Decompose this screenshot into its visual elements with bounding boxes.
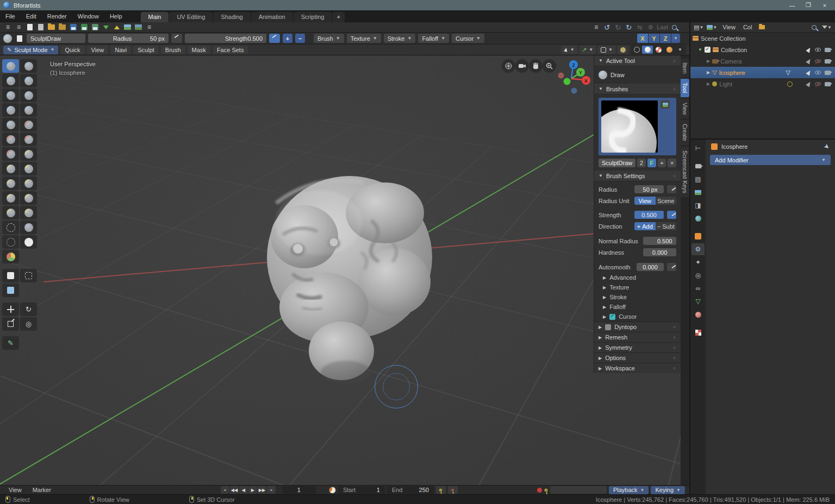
properties-tab-constraints-icon[interactable]: ∞ (691, 282, 705, 294)
subsection-texture[interactable]: ▶Texture (594, 282, 681, 292)
maximize-button[interactable]: ❐ (801, 1, 815, 10)
properties-tab-world-icon[interactable] (691, 212, 705, 224)
shading-rendered-icon[interactable] (664, 46, 675, 54)
outliner-editor-type-icon[interactable]: ▤▼ (694, 23, 703, 32)
brush-dropdown[interactable]: Brush▼ (314, 34, 344, 43)
sidebar-tab-item[interactable]: Item (681, 59, 689, 77)
light-expand-icon[interactable]: ▶ (707, 81, 710, 86)
import-icon[interactable] (101, 23, 110, 32)
collection-checkbox[interactable] (705, 47, 711, 53)
properties-tab-material-icon[interactable] (691, 308, 705, 320)
dyntopo-checkbox[interactable] (605, 324, 611, 330)
sidebar-tab-screencast-keys[interactable]: Screencast Keys (681, 147, 689, 197)
radius-unit-view[interactable]: View (634, 197, 656, 205)
tool-box-face-set[interactable] (2, 284, 19, 297)
frame-start-field[interactable]: Start1 (338, 486, 385, 494)
direction-subtract[interactable]: − Subt (656, 222, 677, 230)
tool-smooth[interactable] (20, 118, 37, 131)
add-workspace-button[interactable]: + (332, 12, 344, 22)
tool-rotate[interactable] (20, 206, 37, 219)
tool-draw-face-sets[interactable] (2, 250, 19, 263)
tool-box-mask[interactable] (2, 269, 19, 282)
outliner-row-collection[interactable]: ▼ Collection (690, 44, 835, 55)
search-icon[interactable] (670, 23, 679, 32)
panel-dyntopo[interactable]: ▶Dyntopo≡ (594, 322, 681, 332)
camera-hide-icon[interactable] (815, 59, 821, 63)
camera-view-icon[interactable] (515, 59, 529, 73)
tool-nudge[interactable] (2, 206, 19, 219)
brush-menu[interactable]: Brush (161, 46, 185, 54)
sculpted-head-mesh[interactable] (254, 171, 445, 388)
strength-pressure-small-icon[interactable] (667, 211, 676, 219)
jump-to-start-icon[interactable]: « (221, 486, 229, 494)
panel-remesh[interactable]: ▶Remesh≡ (594, 332, 681, 342)
xray-toggle[interactable] (618, 46, 628, 54)
select-mode-dropdown[interactable]: ▼ (561, 46, 577, 54)
tool-elastic-deform[interactable] (2, 177, 19, 190)
tool-scrape[interactable] (2, 147, 19, 161)
subsection-cursor[interactable]: ▶Cursor (594, 312, 681, 322)
collection-selectable-icon[interactable] (806, 47, 812, 53)
next-keyframe-icon[interactable]: ▶▶ (258, 486, 266, 494)
adjust-last-operation-icon[interactable]: ⚙ (646, 23, 655, 32)
previous-keyframe-icon[interactable]: ◀◀ (230, 486, 239, 494)
outliner-view-menu[interactable]: View (720, 24, 738, 30)
face-sets-menu[interactable]: Face Sets (213, 46, 248, 54)
tool-move[interactable] (2, 303, 19, 316)
cursor-checkbox[interactable] (609, 314, 615, 320)
fake-user-shield-icon[interactable]: F (647, 159, 656, 167)
tool-boundary[interactable] (2, 220, 19, 234)
add-modifier-button[interactable]: Add Modifier▼ (710, 155, 831, 165)
light-render-icon[interactable] (825, 82, 831, 86)
file-icon[interactable] (36, 23, 45, 32)
texture-dropdown[interactable]: Texture▼ (347, 34, 381, 43)
shading-solid-icon[interactable] (642, 46, 653, 54)
tool-cloth[interactable] (20, 220, 37, 234)
strength-pressure-icon[interactable] (269, 34, 280, 43)
radius-unit-scene[interactable]: Scene (656, 197, 677, 205)
tool-rotate-transform[interactable]: ↻ (20, 303, 37, 316)
quick-menu[interactable]: Quick (60, 46, 84, 54)
outliner-row-scene-collection[interactable]: Scene Collection (690, 33, 835, 44)
render-animation-icon[interactable] (134, 23, 143, 32)
light-selectable-icon[interactable] (806, 81, 812, 87)
brush-settings-header[interactable]: ▼Brush Settings≡ (594, 171, 681, 181)
tool-crease[interactable] (2, 118, 19, 131)
properties-tab-texture-icon[interactable] (691, 326, 705, 338)
tool-clay[interactable] (2, 74, 19, 87)
shading-options-dropdown[interactable]: ▼ (675, 46, 686, 54)
playback-dropdown[interactable]: Playback▼ (609, 486, 649, 494)
tool-draw[interactable] (2, 59, 19, 73)
workspace-tab-uv-editing[interactable]: UV Editing (169, 12, 213, 22)
tool-simplify[interactable] (2, 235, 19, 249)
current-frame-field[interactable]: 1 (282, 486, 316, 494)
sidebar-tab-create[interactable]: Create (681, 120, 689, 145)
outliner-row-light[interactable]: ▶ Light (690, 78, 835, 90)
active-tool-header[interactable]: ▼Active Tool≡ (594, 55, 681, 66)
auto-key-record-icon[interactable] (537, 488, 542, 493)
mask-menu[interactable]: Mask (188, 46, 210, 54)
tool-mask[interactable] (20, 235, 37, 249)
properties-tab-tool-icon[interactable]: ⊢ (691, 142, 705, 154)
subsection-stroke[interactable]: ▶Stroke (594, 292, 681, 302)
menu-file[interactable]: File (0, 11, 21, 21)
tool-inflate[interactable] (2, 103, 19, 117)
play-icon[interactable]: ▶ (248, 486, 257, 494)
tool-snake-hook[interactable] (20, 177, 37, 190)
mode-dropdown[interactable]: ✎ Sculpt Mode▼ (3, 46, 58, 54)
properties-tab-scene-icon[interactable]: ◨ (691, 199, 705, 211)
tool-lasso-mask[interactable] (20, 269, 37, 282)
keying-insert-icon[interactable] (436, 486, 446, 494)
tool-annotate[interactable]: ✎ (2, 336, 19, 350)
overlays-dropdown[interactable]: ▼ (598, 46, 615, 54)
icosphere-render-icon[interactable] (825, 71, 831, 75)
camera-expand-icon[interactable]: ▶ (707, 59, 710, 64)
menu-window[interactable]: Window (72, 11, 104, 21)
brush-name-field-sidebar[interactable]: SculptDraw (599, 159, 635, 167)
cursor-dropdown[interactable]: Cursor▼ (452, 34, 484, 43)
radius-slider[interactable]: Radius50 px (88, 34, 169, 43)
panel-options[interactable]: ▶Options≡ (594, 352, 681, 363)
menu-render[interactable]: Render (42, 11, 72, 21)
brush-datablock-icon[interactable] (15, 34, 24, 42)
keying-delete-icon[interactable] (448, 486, 458, 494)
